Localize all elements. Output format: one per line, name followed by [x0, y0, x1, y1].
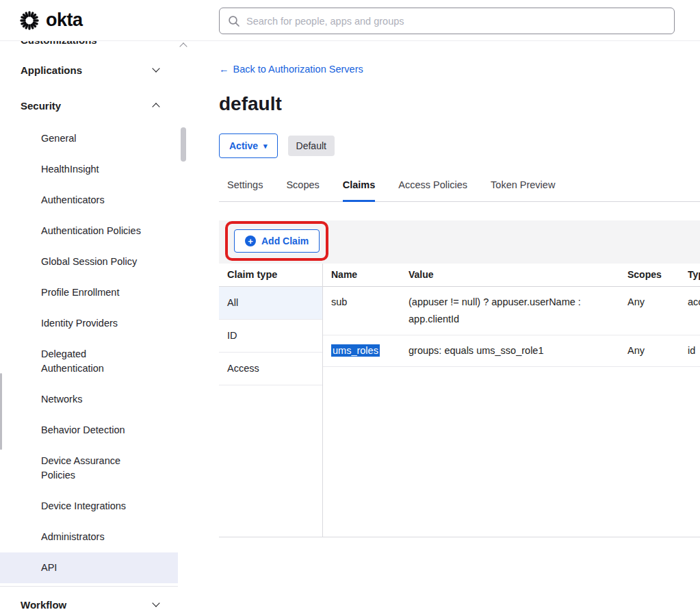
- sidebar-item-api[interactable]: API: [0, 552, 178, 583]
- search-icon: [228, 15, 240, 27]
- sidebar-item-security[interactable]: Security: [0, 88, 178, 123]
- global-search[interactable]: [219, 8, 675, 34]
- okta-logo-icon: [19, 10, 40, 31]
- tab-access-policies[interactable]: Access Policies: [398, 179, 467, 202]
- sidebar-item-authenticators[interactable]: Authenticators: [0, 185, 178, 216]
- sidebar-item-behavior-detection[interactable]: Behavior Detection: [0, 415, 178, 446]
- okta-logo-text: okta: [46, 10, 83, 31]
- sidebar-item-networks[interactable]: Networks: [0, 384, 178, 415]
- security-subnav: General HealthInsight Authenticators Aut…: [0, 123, 178, 583]
- active-status-dropdown[interactable]: Active ▾: [219, 133, 278, 158]
- main-content: ← Back to Authorization Servers default …: [219, 41, 700, 612]
- table-header-row: Name Value Scopes Typ: [323, 264, 700, 287]
- claim-name-cell: sub: [331, 294, 409, 311]
- sidebar-item-profile-enrollment[interactable]: Profile Enrollment: [0, 277, 178, 308]
- table-row[interactable]: sub (appuser != null) ? appuser.userName…: [323, 287, 700, 335]
- claim-scopes-cell: Any: [627, 294, 688, 311]
- claim-scopes-cell: Any: [627, 342, 688, 359]
- chevron-down-icon: [152, 599, 159, 607]
- claims-table: Name Value Scopes Typ sub (appuser != nu…: [323, 264, 700, 537]
- tab-token-preview[interactable]: Token Preview: [491, 179, 555, 202]
- sidebar-item-delegated-authentication[interactable]: Delegated Authentication: [0, 339, 178, 384]
- sidebar-scrollbar[interactable]: [179, 41, 187, 612]
- tab-scopes[interactable]: Scopes: [286, 179, 319, 202]
- claims-toolbar: + Add Claim: [219, 220, 700, 264]
- page-title: default: [219, 93, 700, 115]
- sidebar-item-general[interactable]: General: [0, 123, 178, 154]
- claim-type-cell: acc: [688, 294, 700, 311]
- column-header-value: Value: [409, 268, 627, 282]
- claim-type-option-id[interactable]: ID: [219, 320, 322, 353]
- sidebar-item-device-assurance-policies[interactable]: Device Assurance Policies: [0, 446, 178, 491]
- back-arrow-icon: ←: [219, 64, 229, 75]
- column-header-scopes: Scopes: [627, 268, 688, 282]
- sidebar-item-customizations[interactable]: Customizations: [0, 41, 178, 52]
- sidebar-item-authentication-policies[interactable]: Authentication Policies: [0, 216, 178, 246]
- claims-panel: Claim type All ID Access Name Value Scop…: [219, 264, 700, 537]
- claim-value-cell: (appuser != null) ? appuser.userName : a…: [409, 294, 627, 328]
- claim-type-option-all[interactable]: All: [219, 287, 322, 320]
- scrollbar-up-arrow-icon[interactable]: [179, 42, 187, 50]
- sidebar-item-applications[interactable]: Applications: [0, 52, 178, 88]
- sidebar-nav: Customizations Applications Security Gen…: [0, 41, 192, 612]
- left-edge-scrollbar[interactable]: [0, 373, 2, 450]
- claim-type-panel: Claim type All ID Access: [219, 264, 323, 537]
- claim-type-option-access[interactable]: Access: [219, 353, 322, 385]
- tab-settings[interactable]: Settings: [227, 179, 263, 202]
- tab-claims[interactable]: Claims: [343, 179, 376, 202]
- annotation-highlight: + Add Claim: [225, 221, 328, 261]
- sidebar-item-healthinsight[interactable]: HealthInsight: [0, 154, 178, 185]
- okta-logo[interactable]: okta: [19, 10, 83, 31]
- sidebar-item-administrators[interactable]: Administrators: [0, 522, 178, 552]
- chevron-down-icon: [152, 64, 159, 72]
- column-header-type: Typ: [688, 268, 700, 282]
- add-claim-button[interactable]: + Add Claim: [234, 229, 320, 253]
- claim-type-header: Claim type: [219, 264, 322, 287]
- sidebar-item-workflow[interactable]: Workflow: [0, 586, 178, 612]
- sidebar-item-identity-providers[interactable]: Identity Providers: [0, 308, 178, 339]
- claim-name-cell: ums_roles: [331, 342, 409, 359]
- sidebar-item-device-integrations[interactable]: Device Integrations: [0, 491, 178, 522]
- plus-icon: +: [245, 235, 256, 246]
- back-to-authorization-servers-link[interactable]: ← Back to Authorization Servers: [219, 64, 363, 75]
- chevron-up-icon: [152, 103, 159, 110]
- default-badge: Default: [288, 136, 335, 156]
- caret-down-icon: ▾: [263, 142, 268, 151]
- claim-value-cell: groups: equals ums_sso_role1: [409, 342, 627, 359]
- column-header-name: Name: [331, 268, 409, 282]
- claim-type-cell: id: [688, 342, 700, 359]
- sidebar-item-global-session-policy[interactable]: Global Session Policy: [0, 246, 178, 277]
- top-bar: okta: [0, 0, 700, 41]
- selected-text-highlight: ums_roles: [331, 344, 380, 357]
- scrollbar-thumb[interactable]: [181, 127, 186, 162]
- tab-bar: Settings Scopes Claims Access Policies T…: [219, 179, 700, 202]
- table-row[interactable]: ums_roles groups: equals ums_sso_role1 A…: [323, 335, 700, 367]
- search-input[interactable]: [246, 16, 666, 27]
